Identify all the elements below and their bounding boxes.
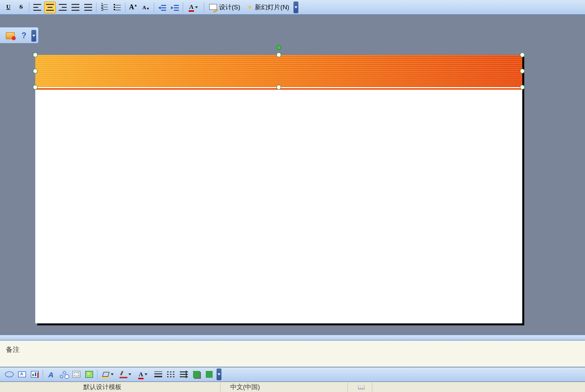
decrease-indent-button[interactable] xyxy=(156,1,168,13)
mail-icon xyxy=(6,32,15,39)
line-weight-button[interactable] xyxy=(152,368,164,380)
picture-icon xyxy=(85,371,93,378)
clipart-button[interactable] xyxy=(71,368,82,380)
new-slide-icon: ✶ xyxy=(247,3,253,11)
mail-button[interactable] xyxy=(3,30,17,42)
strikethrough-icon: S xyxy=(20,3,23,11)
oval-icon xyxy=(5,371,14,377)
help-button[interactable]: ? xyxy=(18,30,30,42)
align-left-button[interactable] xyxy=(31,1,43,13)
align-justify-icon xyxy=(72,4,79,11)
increase-indent-button[interactable] xyxy=(169,1,181,13)
font-color-icon: A xyxy=(189,3,194,11)
separator xyxy=(43,369,43,379)
chevron-down-icon xyxy=(195,6,198,8)
strikethrough-button[interactable]: S xyxy=(15,1,27,13)
threeD-style-button[interactable] xyxy=(203,368,215,380)
font-shrink-icon: A xyxy=(143,4,146,10)
fill-icon xyxy=(102,371,109,378)
separator xyxy=(125,2,125,12)
underline-icon: U xyxy=(6,3,11,11)
slide-canvas[interactable] xyxy=(35,55,522,323)
oval-shape-button[interactable] xyxy=(3,368,15,380)
slide-header-shape[interactable] xyxy=(35,55,522,87)
font-grow-icon: A xyxy=(129,3,134,11)
shadow-style-button[interactable] xyxy=(191,368,202,380)
pane-splitter[interactable] xyxy=(0,335,585,341)
chart-button[interactable] xyxy=(29,368,41,380)
toolbar-overflow-button[interactable] xyxy=(293,1,298,13)
align-left-icon xyxy=(33,4,41,11)
notes-placeholder: 备注 xyxy=(6,345,20,353)
status-language: 中文(中国) xyxy=(220,382,348,392)
rotate-handle[interactable] xyxy=(276,45,281,50)
help-icon: ? xyxy=(22,31,26,40)
notes-pane[interactable]: 备注 xyxy=(0,341,585,367)
clipart-icon xyxy=(73,371,80,378)
status-spellcheck[interactable]: 📖 xyxy=(348,382,372,392)
numbered-list-icon: 1—2—3— xyxy=(101,3,108,11)
new-slide-label: 新幻灯片(N) xyxy=(255,3,289,12)
separator xyxy=(96,2,97,12)
insert-picture-button[interactable] xyxy=(83,368,95,380)
dash-style-button[interactable] xyxy=(165,368,177,380)
status-bar: 默认设计模板 中文(中国) 📖 xyxy=(0,382,585,392)
font-color-icon: A xyxy=(139,371,143,378)
align-distribute-icon xyxy=(84,4,92,11)
align-center-button[interactable] xyxy=(44,1,56,13)
chevron-down-icon xyxy=(111,373,114,375)
arrow-style-button[interactable] xyxy=(178,368,190,380)
font-grow-button[interactable]: A▲ xyxy=(127,1,139,13)
diagram-button[interactable] xyxy=(58,368,70,380)
line-color-button[interactable] xyxy=(117,368,134,380)
design-button[interactable]: 设计(S) xyxy=(206,1,244,13)
bullet-list-icon: •—•—•— xyxy=(114,3,121,11)
align-right-icon xyxy=(59,4,67,11)
textbox-icon xyxy=(18,371,26,377)
arrow-icon xyxy=(180,371,188,378)
line-color-icon xyxy=(120,371,127,378)
drawing-toolbar: A A xyxy=(0,367,585,382)
formatting-toolbar: U S 1—2—3— •—•—•— A▲ A▼ A 设计(S) ✶ 新幻灯片(N… xyxy=(0,0,585,15)
wordart-icon: A xyxy=(49,370,54,379)
new-slide-button[interactable]: ✶ 新幻灯片(N) xyxy=(244,1,292,13)
separator xyxy=(183,2,183,12)
line-weight-icon xyxy=(154,371,162,378)
toolbar-overflow-button[interactable] xyxy=(217,368,221,380)
threeD-icon xyxy=(206,371,213,378)
slide-workspace xyxy=(0,43,585,335)
chart-icon xyxy=(31,371,39,378)
font-color-button[interactable]: A xyxy=(135,368,151,380)
numbered-list-button[interactable]: 1—2—3— xyxy=(98,1,110,13)
font-shrink-button[interactable]: A▼ xyxy=(140,1,152,13)
spellcheck-icon: 📖 xyxy=(358,384,365,391)
toolbar-overflow-button[interactable] xyxy=(31,30,36,42)
align-justify-button[interactable] xyxy=(70,1,81,13)
chevron-down-icon xyxy=(128,373,131,375)
separator xyxy=(29,2,29,12)
chevron-down-icon xyxy=(145,373,147,375)
design-label: 设计(S) xyxy=(219,3,240,12)
increase-indent-icon xyxy=(171,4,179,11)
separator xyxy=(97,369,98,379)
underline-button[interactable]: U xyxy=(2,1,14,13)
slide-header-rule xyxy=(35,88,522,90)
separator xyxy=(154,2,154,12)
textbox-button[interactable] xyxy=(16,368,28,380)
align-right-button[interactable] xyxy=(57,1,69,13)
fill-color-button[interactable] xyxy=(99,368,116,380)
shadow-icon xyxy=(193,371,200,378)
status-template: 默认设计模板 xyxy=(73,382,220,392)
design-icon xyxy=(209,4,217,11)
diagram-icon xyxy=(60,371,68,378)
bullet-list-button[interactable]: •—•—•— xyxy=(111,1,123,13)
align-distribute-button[interactable] xyxy=(82,1,94,13)
wordart-button[interactable]: A xyxy=(45,368,57,380)
decrease-indent-icon xyxy=(158,4,166,11)
separator xyxy=(204,2,204,12)
mail-help-toolbar: ? xyxy=(0,27,39,44)
dash-icon xyxy=(167,371,175,378)
font-color-button[interactable]: A xyxy=(185,1,202,13)
align-center-icon xyxy=(46,4,54,11)
